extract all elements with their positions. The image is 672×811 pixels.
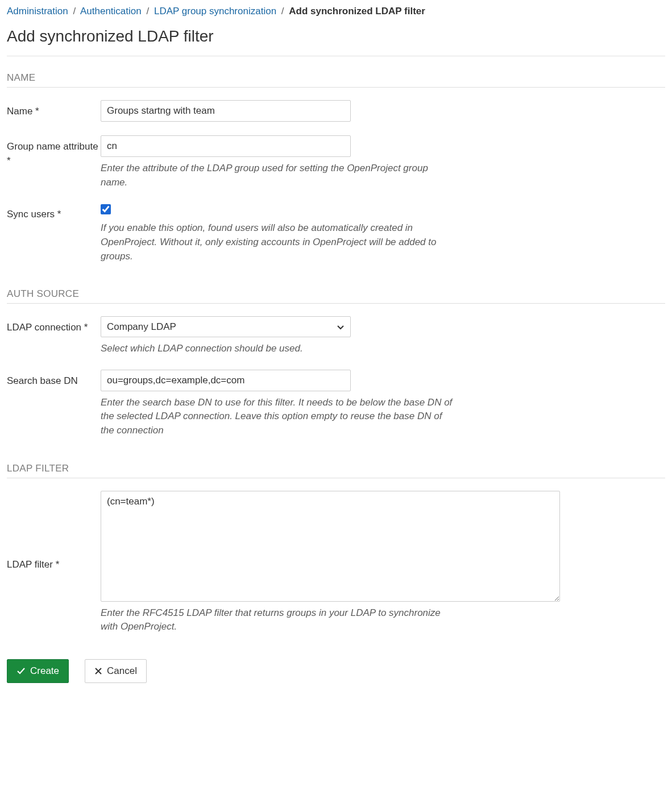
cancel-button-label: Cancel [107, 665, 137, 677]
form-row-ldap-filter: LDAP filter * Enter the RFC4515 LDAP fil… [7, 491, 665, 634]
breadcrumb-separator: / [73, 6, 76, 16]
ldap-filter-textarea[interactable] [101, 491, 560, 602]
form-row-name: Name * [7, 100, 665, 122]
ldap-connection-select[interactable]: Company LDAP [101, 316, 351, 337]
label-sync-users: Sync users * [7, 203, 101, 222]
help-ldap-connection: Select which LDAP connection should be u… [101, 342, 453, 356]
close-icon [94, 667, 102, 675]
search-base-dn-input[interactable] [101, 370, 351, 391]
form-row-group-name-attribute: Group name attribute * Enter the attribu… [7, 135, 665, 189]
title-divider [7, 56, 665, 56]
breadcrumb-link-authentication[interactable]: Authentication [80, 6, 142, 16]
breadcrumb-separator: / [146, 6, 149, 16]
name-input[interactable] [101, 100, 351, 122]
label-ldap-connection: LDAP connection * [7, 316, 101, 335]
section-header-ldap-filter: LDAP filter [7, 463, 665, 478]
button-row: Create Cancel [7, 659, 665, 683]
breadcrumb-link-ldap-group-sync[interactable]: LDAP group synchronization [154, 6, 276, 16]
page-title: Add synchronized LDAP filter [7, 27, 665, 45]
section-header-name: Name [7, 72, 665, 88]
breadcrumb-separator: / [281, 6, 284, 16]
check-icon [16, 667, 26, 676]
section-header-auth-source: Auth source [7, 288, 665, 304]
help-sync-users: If you enable this option, found users w… [101, 221, 453, 263]
breadcrumb-link-administration[interactable]: Administration [7, 6, 68, 16]
breadcrumb-current: Add synchronized LDAP filter [289, 6, 425, 16]
help-group-name-attribute: Enter the attribute of the LDAP group us… [101, 162, 453, 189]
label-ldap-filter: LDAP filter * [7, 553, 101, 572]
form-row-search-base-dn: Search base DN Enter the search base DN … [7, 370, 665, 438]
form-row-ldap-connection: LDAP connection * Company LDAP Select wh… [7, 316, 665, 356]
create-button-label: Create [30, 665, 59, 677]
label-group-name-attribute: Group name attribute * [7, 135, 101, 168]
breadcrumb: Administration / Authentication / LDAP g… [7, 6, 665, 17]
label-search-base-dn: Search base DN [7, 370, 101, 388]
sync-users-checkbox[interactable] [101, 204, 111, 214]
help-search-base-dn: Enter the search base DN to use for this… [101, 396, 453, 438]
form-row-sync-users: Sync users * If you enable this option, … [7, 203, 665, 263]
label-name: Name * [7, 100, 101, 119]
create-button[interactable]: Create [7, 659, 69, 683]
cancel-button[interactable]: Cancel [85, 659, 147, 683]
help-ldap-filter: Enter the RFC4515 LDAP filter that retur… [101, 606, 453, 634]
group-name-attribute-input[interactable] [101, 135, 351, 157]
